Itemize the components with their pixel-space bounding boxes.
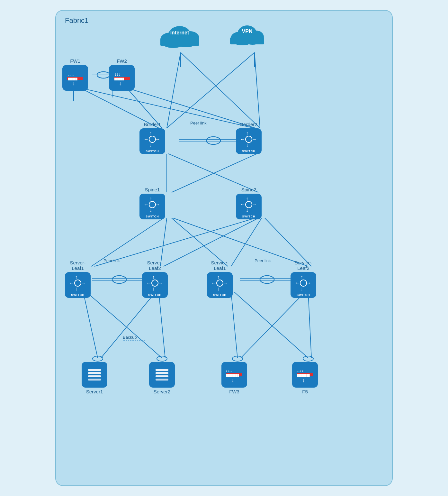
svg-line-3 bbox=[181, 52, 260, 128]
server-leaf1-sw-label: SWITCH bbox=[71, 293, 85, 297]
svg-point-90 bbox=[75, 280, 81, 286]
internet-cloud-node: Internet bbox=[156, 20, 204, 52]
fabric-container: Fabric1 bbox=[55, 10, 393, 486]
svg-point-43 bbox=[260, 276, 274, 283]
svg-rect-108 bbox=[88, 369, 101, 371]
server-leaf2-node: Server- Leaf2 ↑ ← → ↓ SWITCH bbox=[142, 260, 168, 298]
svg-line-35 bbox=[231, 292, 237, 358]
svg-text:↓↓↓: ↓↓↓ bbox=[68, 72, 74, 77]
svg-line-24 bbox=[164, 218, 258, 266]
vpn-cloud-node: VPN bbox=[226, 20, 268, 50]
fw1-label: FW1 bbox=[70, 58, 80, 64]
svg-line-2 bbox=[167, 52, 181, 128]
server-leaf1-node: Server- Leaf1 ↑ ← → ↓ SWITCH bbox=[65, 260, 91, 298]
svg-point-100 bbox=[217, 280, 223, 286]
svg-text:↑: ↑ bbox=[152, 274, 155, 280]
svg-line-32 bbox=[86, 292, 162, 358]
service-leaf2-icon: ↑ ← → ↓ SWITCH bbox=[291, 272, 316, 298]
service-leaf-peer-link-label: Peer link bbox=[255, 258, 271, 263]
svg-point-95 bbox=[152, 280, 158, 286]
svg-rect-110 bbox=[88, 375, 101, 377]
service-leaf1-symbol: ↑ ← → ↓ bbox=[210, 274, 230, 292]
svg-line-26 bbox=[265, 218, 311, 266]
svg-text:↓: ↓ bbox=[152, 286, 155, 291]
vpn-label: VPN bbox=[226, 29, 268, 34]
connection-lines bbox=[56, 11, 392, 485]
svg-text:→: → bbox=[252, 136, 257, 142]
spine1-symbol: ↑ ← → ↓ bbox=[142, 195, 162, 214]
server1-symbol bbox=[86, 366, 103, 383]
svg-text:↑: ↑ bbox=[149, 196, 152, 201]
svg-rect-115 bbox=[156, 379, 168, 381]
svg-point-42 bbox=[112, 276, 126, 283]
svg-text:↓↓↓↓: ↓↓↓↓ bbox=[296, 369, 303, 372]
service-leaf2-symbol: ↑ ← → ↓ bbox=[293, 274, 313, 292]
svg-text:↑: ↑ bbox=[246, 196, 248, 201]
svg-text:→: → bbox=[306, 280, 311, 286]
svg-text:→: → bbox=[81, 280, 86, 286]
internet-cloud-icon bbox=[156, 20, 204, 52]
fw1-symbol: ↓↓↓ ██████ ↓ bbox=[65, 68, 85, 88]
peer-link-ellipses bbox=[56, 11, 392, 485]
svg-text:↓: ↓ bbox=[119, 81, 121, 86]
svg-text:↓↓↓↓: ↓↓↓↓ bbox=[226, 369, 233, 372]
spine1-icon: ↑ ← → ↓ SWITCH bbox=[139, 194, 165, 219]
server1-node: Server1 bbox=[82, 362, 107, 394]
fw2-icon: ↓↓↓ ██████ ↓ bbox=[109, 65, 135, 91]
spine2-node: Spine2 ↑ ← → ↓ SWITCH bbox=[236, 187, 262, 219]
svg-line-33 bbox=[101, 292, 156, 358]
spine2-label: Spine2 bbox=[241, 187, 256, 192]
border2-sw-label: SWITCH bbox=[242, 150, 255, 153]
server-leaf1-icon: ↑ ← → ↓ SWITCH bbox=[65, 272, 91, 298]
fw3-symbol: ↓↓↓↓ ████████ ↓ bbox=[224, 365, 244, 385]
server-leaf1-label: Server- Leaf1 bbox=[70, 260, 85, 271]
server-leaf-peer-link-label: Peer link bbox=[103, 258, 120, 263]
svg-line-22 bbox=[173, 218, 308, 266]
svg-text:←: ← bbox=[146, 280, 151, 286]
svg-text:↓↓↓: ↓↓↓ bbox=[114, 72, 121, 77]
spine1-sw-label: SWITCH bbox=[146, 215, 159, 218]
svg-rect-113 bbox=[156, 372, 168, 374]
svg-line-19 bbox=[91, 218, 164, 266]
fw2-node: FW2 ↓↓↓ ██████ ↓ bbox=[109, 58, 135, 91]
fw3-icon: ↓↓↓↓ ████████ ↓ bbox=[221, 362, 247, 388]
svg-text:↑: ↑ bbox=[217, 274, 220, 280]
f5-node: ↓↓↓↓ ████████ ↓ F5 bbox=[292, 362, 318, 394]
vpn-cloud-icon bbox=[226, 20, 268, 50]
svg-line-37 bbox=[241, 292, 305, 358]
svg-text:██████: ██████ bbox=[68, 78, 77, 81]
svg-line-36 bbox=[234, 292, 308, 358]
svg-point-46 bbox=[232, 356, 243, 361]
f5-label: F5 bbox=[302, 389, 308, 394]
svg-point-70 bbox=[149, 136, 156, 142]
svg-rect-53 bbox=[160, 39, 199, 46]
svg-line-38 bbox=[308, 292, 311, 358]
border2-node: Border2 ↑ ← → ↓ SWITCH bbox=[236, 122, 262, 154]
svg-line-4 bbox=[167, 52, 255, 128]
server2-icon bbox=[149, 362, 175, 388]
svg-text:↓: ↓ bbox=[72, 81, 75, 86]
svg-text:↑: ↑ bbox=[75, 274, 77, 280]
border1-sw-label: SWITCH bbox=[146, 150, 159, 153]
svg-text:↑: ↑ bbox=[149, 131, 152, 136]
service-leaf1-node: Service- Leaf1 ↑ ← → ↓ SWITCH bbox=[207, 260, 233, 298]
svg-text:→: → bbox=[252, 202, 257, 207]
service-leaf2-label: Service- Leaf2 bbox=[294, 260, 312, 271]
border1-icon: ↑ ← → ↓ SWITCH bbox=[139, 128, 165, 154]
svg-line-16 bbox=[168, 154, 258, 192]
server1-label: Server1 bbox=[86, 389, 103, 394]
svg-line-5 bbox=[255, 52, 260, 128]
border2-symbol: ↑ ← → ↓ bbox=[239, 130, 259, 149]
svg-point-45 bbox=[157, 356, 167, 361]
svg-point-105 bbox=[300, 280, 307, 286]
svg-text:↓: ↓ bbox=[149, 207, 152, 213]
service-leaf1-label: Service- Leaf1 bbox=[211, 260, 228, 271]
svg-text:████████: ████████ bbox=[297, 374, 310, 377]
fw2-label: FW2 bbox=[117, 58, 127, 64]
svg-text:↑: ↑ bbox=[300, 274, 303, 280]
svg-text:↓: ↓ bbox=[231, 378, 234, 383]
spine2-sw-label: SWITCH bbox=[242, 215, 255, 218]
spine2-symbol: ↑ ← → ↓ bbox=[239, 195, 259, 214]
border-peer-link-label: Peer link bbox=[190, 121, 207, 125]
svg-text:→: → bbox=[155, 202, 160, 207]
